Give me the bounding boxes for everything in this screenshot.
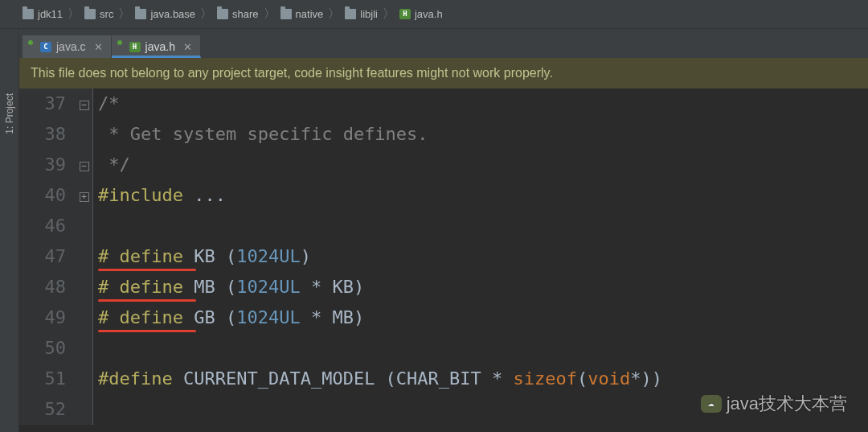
code-token: MB ( bbox=[183, 277, 236, 297]
line-number: 38 bbox=[19, 119, 66, 150]
code-token: # bbox=[98, 277, 120, 297]
fold-cell bbox=[76, 302, 92, 333]
breadcrumb-separator: 〉 bbox=[200, 6, 212, 22]
code-line[interactable] bbox=[98, 211, 868, 241]
line-number: 39 bbox=[19, 150, 66, 180]
code-line[interactable]: * Get system specific defines. bbox=[98, 119, 868, 150]
line-number: 49 bbox=[19, 302, 66, 333]
code-token: ( bbox=[577, 368, 588, 389]
modified-indicator-icon bbox=[117, 40, 122, 45]
code-token: # bbox=[98, 307, 120, 327]
code-token: /* bbox=[98, 93, 120, 113]
code-line[interactable] bbox=[98, 333, 868, 364]
folder-icon bbox=[23, 9, 34, 19]
code-token: # bbox=[98, 246, 120, 266]
code-editor[interactable]: 3738394046474849505152 −−+ /* * Get syst… bbox=[19, 88, 868, 425]
folder-icon bbox=[217, 9, 228, 19]
breadcrumb-item[interactable]: Hjava.h bbox=[399, 8, 443, 20]
breadcrumb-item[interactable]: src bbox=[84, 8, 113, 20]
code-token: * Get system specific defines. bbox=[98, 124, 428, 144]
line-number-gutter: 3738394046474849505152 bbox=[19, 88, 76, 425]
fold-gutter[interactable]: −−+ bbox=[76, 88, 93, 425]
fold-cell bbox=[76, 119, 92, 150]
code-line[interactable]: # define KB (1024UL) bbox=[98, 241, 868, 272]
code-line[interactable]: #define CURRENT_DATA_MODEL (CHAR_BIT * s… bbox=[98, 364, 868, 394]
breadcrumb-item[interactable]: native bbox=[280, 8, 324, 20]
tool-window-bar[interactable]: 1: Project bbox=[0, 29, 19, 432]
close-tab-icon[interactable]: ✕ bbox=[183, 41, 192, 53]
breadcrumb-item[interactable]: libjli bbox=[345, 8, 378, 20]
tab-label: java.c bbox=[56, 40, 86, 53]
fold-cell bbox=[76, 364, 92, 394]
code-token: 1024UL bbox=[236, 246, 300, 266]
folder-icon bbox=[280, 9, 292, 19]
breadcrumb-separator: 〉 bbox=[118, 6, 130, 22]
breadcrumb-label: libjli bbox=[360, 8, 378, 20]
breadcrumb-separator: 〉 bbox=[383, 6, 395, 22]
code-token: */ bbox=[98, 154, 130, 175]
line-number: 51 bbox=[19, 364, 66, 394]
line-number: 52 bbox=[19, 394, 66, 425]
code-line[interactable]: /* bbox=[98, 88, 868, 119]
line-number: 50 bbox=[19, 333, 66, 364]
modified-indicator-icon bbox=[28, 40, 33, 45]
breadcrumb-item[interactable]: share bbox=[217, 8, 259, 20]
code-token: 1024UL bbox=[236, 277, 300, 297]
annotation-underline bbox=[98, 330, 196, 332]
code-token: sizeof bbox=[514, 368, 577, 389]
c-file-icon: C bbox=[40, 42, 51, 52]
code-line[interactable]: # define GB (1024UL * MB) bbox=[98, 302, 868, 333]
annotation-underline bbox=[98, 269, 196, 271]
fold-cell bbox=[76, 241, 92, 272]
editor-tab[interactable]: Hjava.h✕ bbox=[112, 35, 201, 58]
code-token: ) bbox=[301, 246, 311, 266]
code-token: #define bbox=[98, 368, 173, 389]
code-token: ... bbox=[194, 185, 226, 205]
code-token: void bbox=[588, 368, 630, 389]
folder-icon bbox=[345, 9, 356, 19]
project-tool-button[interactable]: 1: Project bbox=[4, 93, 15, 134]
fold-cell bbox=[76, 333, 92, 364]
code-token: define bbox=[120, 246, 183, 266]
fold-cell[interactable]: − bbox=[76, 88, 92, 119]
code-token: KB ( bbox=[183, 246, 236, 266]
code-token: define bbox=[120, 307, 183, 327]
code-token: GB ( bbox=[183, 307, 236, 327]
breadcrumb-label: native bbox=[296, 8, 324, 20]
line-number: 47 bbox=[19, 241, 66, 272]
line-number: 40 bbox=[19, 180, 66, 211]
breadcrumb-separator: 〉 bbox=[328, 6, 340, 22]
code-token: * MB) bbox=[301, 307, 364, 327]
fold-cell bbox=[76, 211, 92, 241]
fold-cell[interactable]: − bbox=[76, 150, 92, 180]
breadcrumb-label: src bbox=[100, 8, 113, 20]
breadcrumb-separator: 〉 bbox=[264, 6, 276, 22]
code-area[interactable]: /* * Get system specific defines. */#inc… bbox=[93, 88, 868, 425]
close-tab-icon[interactable]: ✕ bbox=[94, 41, 103, 53]
breadcrumb-label: java.h bbox=[415, 8, 443, 20]
breadcrumb-separator: 〉 bbox=[68, 6, 80, 22]
fold-cell[interactable]: + bbox=[76, 180, 92, 211]
code-line[interactable]: */ bbox=[98, 150, 868, 180]
wechat-icon: ☁ bbox=[701, 395, 722, 413]
line-number: 37 bbox=[19, 88, 66, 119]
editor-tab[interactable]: Cjava.c✕ bbox=[23, 35, 112, 58]
folder-icon bbox=[84, 9, 96, 19]
code-line[interactable]: #include ... bbox=[98, 180, 868, 211]
fold-cell bbox=[76, 394, 92, 425]
fold-cell bbox=[76, 272, 92, 302]
breadcrumb-item[interactable]: java.base bbox=[135, 8, 195, 20]
breadcrumb: jdk11〉src〉java.base〉share〉native〉libjli〉… bbox=[0, 0, 868, 29]
annotation-underline bbox=[98, 299, 196, 302]
header-file-icon: H bbox=[129, 42, 141, 52]
code-line[interactable]: # define MB (1024UL * KB) bbox=[98, 272, 868, 302]
line-number: 46 bbox=[19, 211, 66, 241]
fold-toggle-icon[interactable]: − bbox=[80, 101, 89, 110]
fold-toggle-icon[interactable]: − bbox=[80, 162, 89, 171]
fold-toggle-icon[interactable]: + bbox=[80, 192, 89, 202]
tab-label: java.h bbox=[145, 40, 175, 53]
line-number: 48 bbox=[19, 272, 66, 302]
folder-icon bbox=[135, 9, 146, 19]
breadcrumb-label: share bbox=[232, 8, 259, 20]
breadcrumb-item[interactable]: jdk11 bbox=[23, 8, 63, 20]
